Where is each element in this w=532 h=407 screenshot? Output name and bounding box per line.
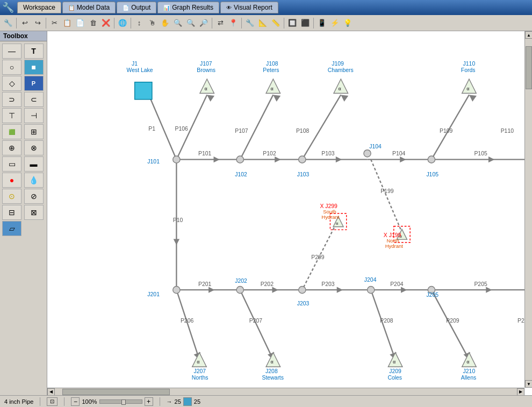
paste-btn[interactable]: 📄 <box>74 17 86 29</box>
delete-btn[interactable]: 🗑 <box>87 17 99 29</box>
tool-fill[interactable]: ■ <box>24 60 44 75</box>
horizontal-scrollbar[interactable]: ◀ ▶ <box>47 388 524 395</box>
network-canvas[interactable]: P1 P106 P107 P108 P109 P110 P101 P102 P1… <box>47 31 524 388</box>
fit-icon[interactable]: ⊡ <box>47 397 57 406</box>
new-btn[interactable]: 🔧 <box>2 17 14 29</box>
zoom-slider[interactable] <box>99 399 142 404</box>
x-label-j199: X J199 <box>384 232 401 238</box>
tool-valve4[interactable]: ⊘ <box>24 189 44 204</box>
redo-btn[interactable]: ↪ <box>32 17 44 29</box>
find-btn[interactable]: 🔎 <box>198 17 210 29</box>
vscroll-thumb[interactable] <box>526 46 532 89</box>
demand-j108[interactable]: α <box>266 79 281 94</box>
demand-j110[interactable]: α <box>462 79 477 94</box>
zoom-in-btn[interactable]: + <box>145 397 153 406</box>
app-icon: 🔧 <box>2 2 14 13</box>
tab-output[interactable]: 📄 Output <box>117 2 156 13</box>
device-btn[interactable]: 📱 <box>316 17 328 29</box>
vertical-scrollbar[interactable]: ▲ ▼ <box>524 31 532 388</box>
vscroll-down[interactable]: ▼ <box>525 380 532 388</box>
zoom-btn[interactable]: 🔍 <box>172 17 184 29</box>
node-j105[interactable] <box>428 156 435 163</box>
node-j101[interactable] <box>173 156 180 163</box>
node-j201[interactable] <box>173 287 180 294</box>
copy-btn[interactable]: 📋 <box>61 17 73 29</box>
ruler-btn[interactable]: 📏 <box>270 17 282 29</box>
grid-count1: 25 <box>175 398 181 405</box>
tool-circle2[interactable]: ⊙ <box>2 189 21 204</box>
tool-grid1[interactable]: ⊟ <box>2 205 21 220</box>
pipe-p107 <box>240 95 274 159</box>
tool-tray[interactable]: ▱ <box>2 221 21 236</box>
node-j103[interactable] <box>299 156 306 163</box>
pointer-btn[interactable]: 🖱 <box>146 17 158 29</box>
toolbox: Toolbox — T ○ ■ ◇ P ⊃ ⊂ ⊤ ⊣ 🟩 ⊞ ⊕ ⊗ ▭ ▬ <box>0 31 47 395</box>
tool-tank[interactable]: ⊞ <box>24 124 44 139</box>
demand-j109[interactable]: α <box>334 79 348 94</box>
tool-pump[interactable]: P <box>24 76 44 91</box>
tool-rect[interactable]: ▭ <box>2 156 21 172</box>
tab-graph-results[interactable]: 📊 Graph Results <box>157 2 219 13</box>
tool-tee1[interactable]: ⊤ <box>2 108 21 123</box>
label-p199: P199 <box>380 188 394 194</box>
node-j202[interactable] <box>236 287 243 294</box>
tab-workspace[interactable]: Workspace <box>17 2 61 13</box>
hscroll-right[interactable]: ▶ <box>517 388 524 396</box>
sublabel2-j299: Hydrant <box>321 214 340 220</box>
title-bar: 🔧 Workspace 📋 Model Data 📄 Output 📊 Grap… <box>0 0 532 15</box>
node-j104[interactable] <box>364 150 371 157</box>
canvas-area[interactable]: P1 P106 P107 P108 P109 P110 P101 P102 P1… <box>47 31 532 395</box>
pipe-p102-arrow <box>275 156 281 162</box>
vscroll-up[interactable]: ▲ <box>525 31 532 39</box>
tab-visual-report[interactable]: 👁 Visual Report <box>220 2 278 13</box>
properties-btn[interactable]: 🔧 <box>244 17 256 29</box>
tool-pipe[interactable]: — <box>2 44 21 59</box>
node-j102[interactable] <box>236 156 243 163</box>
select-btn[interactable]: ↕ <box>133 17 145 29</box>
node-j204[interactable] <box>368 287 375 294</box>
cancel-btn[interactable]: ❌ <box>100 17 112 29</box>
label-p210: P210 <box>517 318 524 324</box>
fill-btn[interactable]: ⬛ <box>299 17 311 29</box>
grid-section: → 25 25 <box>167 397 201 406</box>
tool-pump2[interactable]: ● <box>2 173 21 188</box>
tool-grid2[interactable]: ⊠ <box>24 205 44 220</box>
label-j203: J203 <box>297 301 310 306</box>
undo-btn[interactable]: ↩ <box>19 17 31 29</box>
pin-btn[interactable]: 📍 <box>227 17 239 29</box>
hscroll-thumb[interactable] <box>62 389 170 395</box>
tool-node2[interactable]: ⊗ <box>24 140 44 155</box>
tool-tee2[interactable]: ⊣ <box>24 108 44 123</box>
zoomin-btn[interactable]: 🔍 <box>185 17 197 29</box>
tool-fill2[interactable]: ▬ <box>24 156 44 172</box>
hand-btn[interactable]: ✋ <box>159 17 171 29</box>
demand-j107[interactable]: α <box>200 79 214 94</box>
hscroll-left[interactable]: ◀ <box>47 388 55 396</box>
tab-model-data[interactable]: 📋 Model Data <box>62 2 116 13</box>
tool-valve3[interactable]: 💧 <box>24 173 44 188</box>
power-btn[interactable]: ⚡ <box>329 17 341 29</box>
flip-btn[interactable]: ⇄ <box>214 17 226 29</box>
zoom-slider-handle[interactable] <box>121 399 126 405</box>
tool-text[interactable]: T <box>24 44 44 59</box>
tool-hydrant[interactable]: 🟩 <box>2 124 21 139</box>
node-j203[interactable] <box>299 287 306 294</box>
tool-diamond[interactable]: ◇ <box>2 76 21 91</box>
label-p105: P105 <box>474 151 487 156</box>
label-p207: P207 <box>249 318 263 324</box>
tool-valve2[interactable]: ⊂ <box>24 92 44 107</box>
globe-btn[interactable]: 🌐 <box>117 17 128 29</box>
inactive-j299[interactable]: α X J299 South Hydrant <box>320 203 346 230</box>
sep2 <box>46 18 46 28</box>
cut-btn[interactable]: ✂ <box>48 17 60 29</box>
svg-text:α: α <box>466 359 470 365</box>
tool-valve1[interactable]: ⊃ <box>2 92 21 107</box>
light-btn[interactable]: 💡 <box>342 17 354 29</box>
zoom-out-btn[interactable]: − <box>71 397 80 406</box>
tool-circle[interactable]: ○ <box>2 60 21 75</box>
node-j1[interactable] <box>135 82 152 99</box>
tool-node1[interactable]: ⊕ <box>2 140 21 155</box>
box-btn[interactable]: 🔲 <box>286 17 298 29</box>
inactive-j199[interactable]: α X J199 North Hydrant <box>384 226 410 249</box>
measure-btn[interactable]: 📐 <box>257 17 269 29</box>
